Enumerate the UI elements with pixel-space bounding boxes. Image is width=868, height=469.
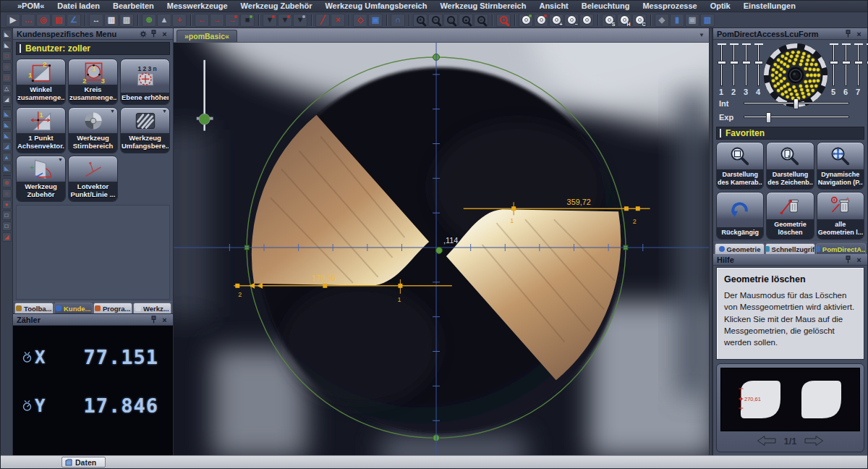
angle-lines-icon[interactable]: ∠ (67, 14, 81, 27)
menu-werkzeug-zubehoer[interactable]: Werkzeug Zubehör (234, 1, 319, 12)
light-h-icon[interactable]: H (617, 14, 631, 27)
tab-pomdirectaccess[interactable]: PomDirectA... (816, 243, 866, 254)
rail-blue-radius-icon[interactable]: ◣ (2, 164, 12, 173)
pin-icon[interactable] (843, 255, 853, 264)
profile-thumbnail-annotated[interactable]: 270,61 (734, 377, 786, 422)
rail-peak-icon[interactable]: △ (2, 84, 12, 93)
point-reference-icon[interactable]: ▣ (368, 14, 383, 27)
polygon-measure-icon[interactable]: ◇ (353, 14, 367, 27)
undo-button[interactable]: Rückgängig (716, 192, 764, 240)
rail-angle-1-icon[interactable]: ◣ (2, 30, 12, 39)
kreis-zusammengesetzt-button[interactable]: 123 Kreiszusammenge... (68, 59, 118, 105)
ebene-erhoehen-button[interactable]: 1 2 3 n Ebene erhöhen (120, 59, 170, 105)
menu-messwerkzeuge[interactable]: Messwerkzeuge (161, 1, 234, 12)
rail-blue-angle-1-icon[interactable]: ◣ (2, 109, 12, 119)
exposure-thumb[interactable] (766, 112, 771, 123)
profile-thumbnail-plain[interactable] (795, 377, 847, 422)
pin-icon[interactable] (843, 29, 853, 38)
point-chain-icon[interactable]: … (21, 14, 35, 27)
menu-bearbeiten[interactable]: Bearbeiten (106, 1, 161, 12)
light-channel-slider-6[interactable]: 6 (841, 43, 851, 96)
tab-kundenmenu[interactable]: Kunde... (54, 303, 93, 313)
rail-blue-peak-icon[interactable]: ▲ (2, 153, 12, 162)
rail-blue-angle-3-icon[interactable]: ◣ (2, 131, 12, 140)
tab-toolbars[interactable]: Toolba... (14, 303, 54, 313)
edge-profile-icon[interactable]: ▲ (157, 14, 171, 27)
menu-beleuchtung[interactable]: Beleuchtung (575, 1, 637, 12)
diamond-view-icon[interactable]: ◆ (655, 14, 669, 27)
dynamic-navigation-button[interactable]: DynamischeNavigation (P... (817, 142, 864, 190)
light-channel-slider-7[interactable]: 7 (853, 43, 863, 96)
menu-einstellungen[interactable]: Einstellungen (737, 1, 802, 12)
daten-tab[interactable]: Daten (61, 457, 106, 468)
circle-gauge-icon[interactable]: ◎ (36, 14, 51, 27)
menu-pom[interactable]: »POM« (11, 1, 51, 12)
jog-right-icon[interactable]: → (210, 14, 224, 27)
rail-step-2-icon[interactable]: □ (2, 221, 12, 231)
light-channel-slider-4[interactable]: 4 (753, 43, 763, 96)
camera-image[interactable]: 359,72 1 2 179,56 2 1 (174, 43, 709, 455)
zoom-out-icon[interactable]: − (428, 14, 443, 27)
rail-blue-corner-icon[interactable]: ◢ (2, 142, 12, 151)
rail-angle-2-icon[interactable]: ◣ (2, 41, 12, 50)
rail-blue-angle-2-icon[interactable]: ◣ (2, 120, 12, 130)
light-minus-icon[interactable]: − (564, 14, 579, 27)
light-channel-slider-5[interactable]: 5 (828, 43, 838, 96)
split-columns-icon[interactable]: ▥ (700, 14, 715, 27)
line-from-points-icon[interactable]: ╱ (315, 14, 330, 27)
rail-ring-icon[interactable]: ○ (2, 189, 12, 198)
rail-slope-icon[interactable]: ◢ (2, 232, 12, 242)
drawing-view-button[interactable]: Darstellungdes Zeichenb... (766, 142, 814, 190)
slider-thumb[interactable] (718, 61, 726, 64)
light-green-icon[interactable] (519, 14, 533, 27)
probe-handle[interactable] (199, 114, 210, 124)
zoom-fit-icon[interactable]: ≡ (474, 14, 488, 27)
werkzeug-stirnbereich-button[interactable]: ▼ WerkzeugStirnbereich (68, 107, 118, 153)
light-channel-slider-3[interactable]: 3 (741, 43, 751, 96)
winkel-zusammengesetzt-button[interactable]: 12 Winkelzusammenge... (16, 59, 66, 105)
menu-ansicht[interactable]: Ansicht (532, 1, 574, 12)
light-s-icon[interactable]: S (602, 14, 616, 27)
gear-icon[interactable] (138, 29, 148, 38)
zoom-in-icon[interactable]: + (413, 14, 427, 27)
pin-icon[interactable] (149, 29, 158, 38)
delete-geometry-button[interactable]: Geometrielöschen (766, 192, 814, 240)
delete-point-icon[interactable]: × (331, 14, 345, 27)
tab-pombasic[interactable]: »pomBasic« (176, 30, 237, 42)
tool-load-icon[interactable]: ▼ (263, 14, 277, 27)
slider-thumb[interactable] (854, 61, 863, 64)
menu-werkzeug-stirnbereich[interactable]: Werkzeug Stirnbereich (433, 1, 532, 12)
close-icon[interactable]: × (854, 255, 864, 264)
werkzeug-umfangsbereich-button[interactable]: ▼ WerkzeugUmfangsbere... (120, 107, 170, 153)
previous-page-icon[interactable] (757, 435, 776, 447)
rail-rect-icon[interactable]: □ (2, 51, 12, 61)
light-plus-icon[interactable]: + (549, 14, 563, 27)
rail-dot-icon[interactable]: ● (2, 200, 12, 209)
sequence-play-icon[interactable]: ▶ (6, 14, 20, 27)
werkzeug-zubehoer-button[interactable]: ▼ + WerkzeugZubehör (16, 156, 66, 202)
slider-thumb[interactable] (830, 61, 838, 64)
zoom-point-icon[interactable]: ● (459, 14, 473, 27)
intensity-slider[interactable] (744, 102, 849, 104)
center-target-icon[interactable]: ⊕ (142, 14, 156, 27)
close-icon[interactable]: × (160, 29, 169, 38)
slider-thumb[interactable] (842, 61, 851, 64)
next-page-icon[interactable] (804, 435, 824, 447)
tab-schnellzugriff[interactable]: Schnellzugriff (765, 243, 815, 254)
light-red-icon[interactable] (534, 14, 548, 27)
tool-store-icon[interactable]: ▼ (293, 14, 307, 27)
light-channel-slider-2[interactable]: 2 (728, 43, 739, 96)
pin-icon[interactable] (149, 315, 158, 324)
light-channel-slider-1[interactable]: 1 (716, 43, 726, 96)
rail-profile-icon[interactable]: ◢ (2, 95, 12, 104)
tab-werkzeuge[interactable]: Werkz... (133, 303, 172, 313)
rail-rect2-icon[interactable]: □ (2, 73, 12, 83)
close-icon[interactable]: × (854, 29, 864, 38)
light-c-icon[interactable]: C (632, 14, 647, 27)
light-channel-slider-8[interactable]: 8 (865, 43, 868, 96)
menu-werkzeug-umfangsbereich[interactable]: Werkzeug Umfangsbereich (318, 1, 433, 12)
center-marker[interactable] (436, 248, 443, 254)
zoom-circle-icon[interactable]: ○ (443, 14, 458, 27)
slider-thumb[interactable] (742, 61, 751, 64)
arc-measure-icon[interactable]: ∩ (391, 14, 405, 27)
